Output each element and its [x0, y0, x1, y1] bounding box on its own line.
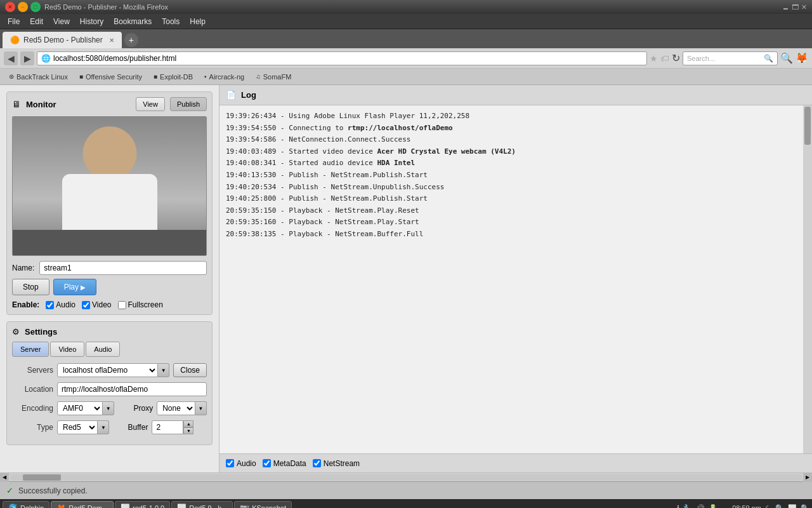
tray-expand-icon[interactable]: ⬜: [788, 504, 797, 509]
menu-help[interactable]: Help: [185, 16, 211, 27]
win-ctrl-1[interactable]: 🗕: [782, 3, 789, 11]
servers-dropdown-arrow[interactable]: ▼: [158, 363, 169, 377]
menu-history[interactable]: History: [75, 16, 108, 27]
exploitdb-icon: ■: [154, 73, 157, 80]
menu-view[interactable]: View: [48, 16, 75, 27]
close-server-button[interactable]: Close: [173, 363, 207, 377]
type-select[interactable]: Red5: [57, 420, 98, 434]
tab-close-icon[interactable]: ✕: [109, 37, 114, 44]
horizontal-scrollbar[interactable]: ◀ ▶: [0, 472, 812, 481]
encoding-dropdown-arrow[interactable]: ▼: [103, 401, 114, 415]
fullscreen-checkbox-item[interactable]: Fullscreen: [118, 300, 163, 309]
audio-tab[interactable]: Audio: [86, 342, 120, 357]
stop-button[interactable]: Stop: [12, 279, 49, 295]
metadata-log-checkbox[interactable]: MetaData: [263, 459, 306, 468]
buffer-input[interactable]: [152, 420, 183, 434]
servers-label: Servers: [12, 366, 53, 375]
log-content: 19:39:26:434 - Using Adobe Linux Flash P…: [219, 105, 812, 453]
tab-label: Red5 Demo - Publisher: [23, 36, 103, 44]
netstream-log-checkbox[interactable]: NetStream: [313, 459, 360, 468]
location-input[interactable]: [57, 382, 207, 396]
win-ctrl-2[interactable]: 🗖: [792, 3, 799, 11]
metadata-log-check[interactable]: [263, 459, 271, 467]
scroll-left-btn[interactable]: ◀: [0, 473, 9, 482]
bookmark-somafm[interactable]: ♫ SomaFM: [251, 70, 296, 83]
proxy-dropdown-arrow[interactable]: ▼: [195, 401, 207, 415]
forward-button[interactable]: ▶: [20, 51, 34, 65]
taskbar-app-dolphin[interactable]: 🐬 Dolphin: [3, 501, 49, 508]
play-button[interactable]: Play ▶: [53, 279, 97, 295]
window-close-btn[interactable]: ✕: [5, 2, 15, 12]
menu-edit[interactable]: Edit: [25, 16, 48, 27]
backtrack-icon: ⊛: [9, 73, 14, 80]
bookmark-star-icon[interactable]: ★: [650, 53, 658, 64]
taskbar-firefox-label: Red5 Dem...: [69, 504, 108, 508]
scroll-track[interactable]: [10, 474, 802, 481]
tray-tools-icon[interactable]: 🔧: [683, 504, 692, 509]
search-box[interactable]: Search... 🔍: [683, 51, 778, 65]
encoding-label: Encoding: [12, 404, 53, 413]
taskbar-app-red5b[interactable]: ⬜ Red5 9 - k...: [171, 501, 233, 508]
play-arrow-icon: ▶: [81, 284, 86, 291]
zoom-plus-icon[interactable]: 🔍: [801, 504, 809, 509]
view-button[interactable]: View: [136, 97, 165, 111]
bookmark-backtrack[interactable]: ⊛ BackTrack Linux: [4, 70, 73, 83]
log-entry-9: 20:59:35:160 - Playback - NetStream.Play…: [226, 217, 806, 228]
status-bar: ✓ Successfully copied.: [0, 481, 812, 499]
scroll-thumb[interactable]: [23, 474, 61, 481]
new-tab-button[interactable]: +: [124, 33, 138, 47]
audio-log-check[interactable]: [226, 459, 234, 467]
log-entry-6: 19:40:20:534 - Publish - NetStream.Unpub…: [226, 182, 806, 193]
buffer-spinner: ▲ ▼: [183, 420, 193, 434]
taskbar-app-red5[interactable]: ⬜ red5-1.0.0: [115, 501, 170, 508]
tray-audio-icon[interactable]: 🔊: [696, 504, 705, 509]
publish-button[interactable]: Publish: [170, 97, 207, 111]
video-checkbox[interactable]: [82, 301, 90, 309]
tray-battery-icon[interactable]: 🔋: [709, 504, 717, 509]
settings-icon: ⚙: [12, 327, 20, 337]
video-tab[interactable]: Video: [50, 342, 84, 357]
zoom-minus-icon[interactable]: 🔍: [775, 504, 784, 509]
log-entry-2: 19:39:54:586 - NetConnection.Connect.Suc…: [226, 134, 806, 145]
zoom-icon[interactable]: 🔍: [780, 52, 793, 64]
log-scroll-thumb[interactable]: [804, 107, 811, 145]
window-min-btn[interactable]: −: [18, 2, 28, 12]
taskbar-app-ksnapshot[interactable]: 📷 KSnapshot: [234, 501, 292, 508]
encoding-select[interactable]: AMF0: [57, 401, 103, 415]
bookmark-exploitdb[interactable]: ■ Exploit-DB: [148, 70, 198, 83]
type-dropdown-arrow[interactable]: ▼: [98, 420, 109, 434]
search-icon[interactable]: 🔍: [764, 54, 773, 63]
stream-name-input[interactable]: [39, 261, 207, 275]
tray-info-icon[interactable]: ℹ: [677, 504, 679, 509]
audio-checkbox-item[interactable]: Audio: [46, 300, 75, 309]
menu-bookmarks[interactable]: Bookmarks: [108, 16, 157, 27]
bookmark-tag-icon[interactable]: 🏷: [660, 53, 669, 64]
menu-file[interactable]: File: [3, 16, 25, 27]
win-ctrl-3[interactable]: ✕: [801, 3, 807, 11]
firefox-menu-icon[interactable]: 🦊: [796, 52, 808, 64]
menu-tools[interactable]: Tools: [157, 16, 185, 27]
audio-checkbox[interactable]: [46, 301, 54, 309]
fullscreen-checkbox[interactable]: [118, 301, 126, 309]
netstream-log-check[interactable]: [313, 459, 321, 467]
address-input[interactable]: 🌐 localhost:5080/demos/publisher.html: [37, 51, 647, 65]
refresh-button[interactable]: ↻: [672, 52, 680, 64]
buffer-down-btn[interactable]: ▼: [183, 427, 193, 434]
window-max-btn[interactable]: □: [30, 2, 41, 12]
servers-select[interactable]: localhost oflaDemo: [57, 363, 158, 377]
bookmark-offsec[interactable]: ■ Offensive Security: [74, 70, 147, 83]
browser-tab[interactable]: 🟠 Red5 Demo - Publisher ✕: [3, 32, 122, 48]
search-text: Search...: [687, 55, 715, 62]
log-scroll-track[interactable]: [803, 105, 812, 453]
back-button[interactable]: ◀: [4, 51, 18, 65]
buffer-up-btn[interactable]: ▲: [183, 420, 193, 427]
audio-log-checkbox[interactable]: Audio: [226, 459, 256, 468]
video-checkbox-item[interactable]: Video: [82, 300, 111, 309]
proxy-select[interactable]: None: [157, 401, 195, 415]
scroll-right-btn[interactable]: ▶: [803, 473, 812, 482]
menu-bar: File Edit View History Bookmarks Tools H…: [0, 14, 812, 29]
bookmark-aircrack[interactable]: ▪ Aircrack-ng: [199, 70, 249, 83]
taskbar-app-firefox[interactable]: 🦊 Red5 Dem...: [51, 501, 114, 508]
server-tab[interactable]: Server: [12, 342, 49, 357]
bookmark-backtrack-label: BackTrack Linux: [16, 73, 68, 81]
